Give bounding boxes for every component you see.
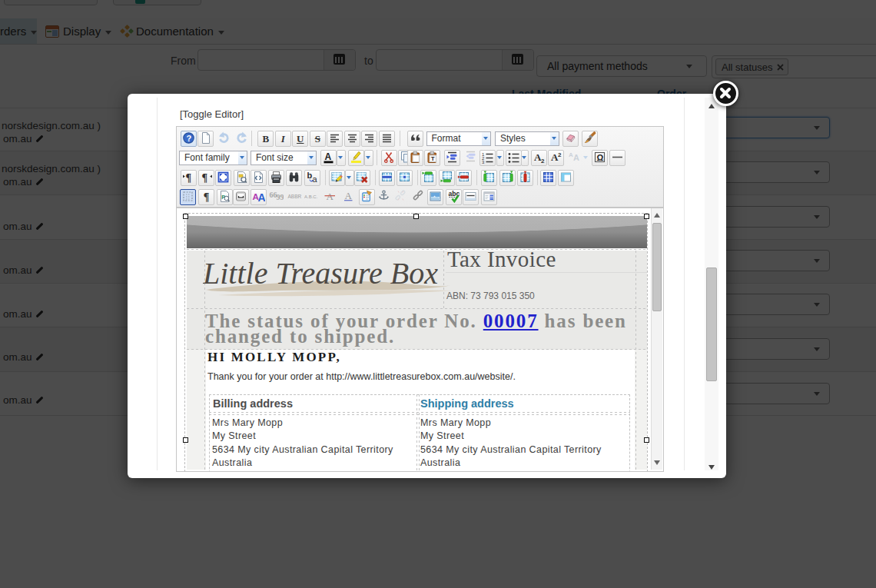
svg-text:a: a xyxy=(312,174,317,183)
svg-text:¶: ¶ xyxy=(185,172,191,184)
svg-text:Ω: Ω xyxy=(597,153,604,162)
svg-text:b: b xyxy=(307,171,312,180)
svg-text:¶: ¶ xyxy=(201,172,207,184)
svg-text:A: A xyxy=(573,153,579,162)
svg-text:?: ? xyxy=(186,134,191,143)
svg-text:T: T xyxy=(431,155,435,162)
svg-text:ABBR: ABBR xyxy=(287,193,301,198)
svg-text:A.B.C.: A.B.C. xyxy=(304,194,318,198)
svg-text:A: A xyxy=(325,151,332,162)
svg-text:2: 2 xyxy=(558,151,562,158)
svg-text:3: 3 xyxy=(482,160,485,164)
svg-text:2: 2 xyxy=(541,158,545,164)
svg-text:99: 99 xyxy=(276,193,284,201)
svg-text:A: A xyxy=(258,191,266,203)
svg-text:Little Treasure Box: Little Treasure Box xyxy=(203,256,438,291)
svg-text:A: A xyxy=(345,189,353,201)
